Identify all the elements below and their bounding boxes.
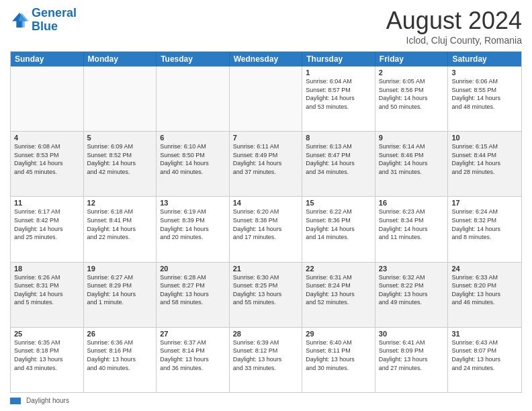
daylight-swatch [10,398,21,404]
day-number: 31 [451,330,518,338]
calendar-cell: 22Sunrise: 6:31 AM Sunset: 8:24 PM Dayli… [302,263,375,327]
header-sunday: Sunday [11,52,84,66]
header-friday: Friday [375,52,449,66]
calendar-cell: 4Sunrise: 6:08 AM Sunset: 8:53 PM Daylig… [11,132,84,196]
day-number: 23 [379,265,445,273]
day-info: Sunrise: 6:20 AM Sunset: 8:38 PM Dayligh… [233,208,299,241]
logo-line1: General [32,6,77,19]
day-info: Sunrise: 6:04 AM Sunset: 8:57 PM Dayligh… [306,77,371,111]
day-number: 12 [87,199,153,207]
day-info: Sunrise: 6:22 AM Sunset: 8:36 PM Dayligh… [306,208,371,241]
day-number: 16 [379,199,445,207]
day-info: Sunrise: 6:35 AM Sunset: 8:18 PM Dayligh… [14,338,80,372]
day-info: Sunrise: 6:18 AM Sunset: 8:41 PM Dayligh… [87,208,153,241]
day-number: 11 [14,199,80,207]
day-info: Sunrise: 6:24 AM Sunset: 8:32 PM Dayligh… [451,208,518,241]
calendar-cell: 5Sunrise: 6:09 AM Sunset: 8:52 PM Daylig… [84,132,157,196]
day-number: 30 [379,330,445,338]
day-info: Sunrise: 6:43 AM Sunset: 8:07 PM Dayligh… [451,338,518,372]
day-number: 2 [379,68,445,77]
title-block: August 2024 Iclod, Cluj County, Romania [386,7,522,46]
day-info: Sunrise: 6:23 AM Sunset: 8:34 PM Dayligh… [379,208,445,241]
header-thursday: Thursday [302,52,375,66]
day-info: Sunrise: 6:37 AM Sunset: 8:14 PM Dayligh… [160,338,226,372]
day-number: 17 [451,199,518,207]
day-number: 24 [451,265,518,273]
day-info: Sunrise: 6:32 AM Sunset: 8:22 PM Dayligh… [379,273,445,307]
day-number: 26 [87,330,153,338]
calendar-cell: 31Sunrise: 6:43 AM Sunset: 8:07 PM Dayli… [448,328,521,392]
day-number: 18 [14,265,80,273]
calendar-row-3: 11Sunrise: 6:17 AM Sunset: 8:42 PM Dayli… [11,196,521,261]
day-info: Sunrise: 6:27 AM Sunset: 8:29 PM Dayligh… [87,273,153,307]
day-info: Sunrise: 6:39 AM Sunset: 8:12 PM Dayligh… [233,338,299,372]
calendar-cell: 25Sunrise: 6:35 AM Sunset: 8:18 PM Dayli… [11,328,84,392]
header-wednesday: Wednesday [230,52,303,66]
day-info: Sunrise: 6:19 AM Sunset: 8:39 PM Dayligh… [160,208,226,241]
calendar-cell: 27Sunrise: 6:37 AM Sunset: 8:14 PM Dayli… [157,328,230,392]
header: General Blue August 2024 Iclod, Cluj Cou… [10,7,522,46]
calendar-cell: 10Sunrise: 6:15 AM Sunset: 8:44 PM Dayli… [448,132,521,196]
day-number: 1 [306,68,371,77]
day-info: Sunrise: 6:08 AM Sunset: 8:53 PM Dayligh… [14,142,80,176]
day-info: Sunrise: 6:26 AM Sunset: 8:31 PM Dayligh… [14,273,80,307]
logo-icon [10,11,29,30]
calendar-cell: 9Sunrise: 6:14 AM Sunset: 8:46 PM Daylig… [375,132,449,196]
footer-label: Daylight hours [26,397,69,404]
day-number: 21 [233,265,299,273]
day-number: 14 [233,199,299,207]
logo-line2: Blue [32,20,77,34]
calendar-cell: 21Sunrise: 6:30 AM Sunset: 8:25 PM Dayli… [230,263,303,327]
calendar: Sunday Monday Tuesday Wednesday Thursday… [10,51,522,393]
header-saturday: Saturday [448,52,521,66]
day-info: Sunrise: 6:15 AM Sunset: 8:44 PM Dayligh… [451,142,518,176]
day-number: 8 [306,134,371,142]
calendar-cell: 29Sunrise: 6:40 AM Sunset: 8:11 PM Dayli… [302,328,375,392]
calendar-cell: 8Sunrise: 6:13 AM Sunset: 8:47 PM Daylig… [302,132,375,196]
day-info: Sunrise: 6:05 AM Sunset: 8:56 PM Dayligh… [379,77,445,111]
calendar-cell: 19Sunrise: 6:27 AM Sunset: 8:29 PM Dayli… [84,263,157,327]
calendar-cell: 20Sunrise: 6:28 AM Sunset: 8:27 PM Dayli… [157,263,230,327]
calendar-cell: 1Sunrise: 6:04 AM Sunset: 8:57 PM Daylig… [302,66,375,131]
day-number: 7 [233,134,299,142]
calendar-cell: 7Sunrise: 6:11 AM Sunset: 8:49 PM Daylig… [230,132,303,196]
day-number: 3 [451,68,518,77]
calendar-cell: 23Sunrise: 6:32 AM Sunset: 8:22 PM Dayli… [375,263,449,327]
header-tuesday: Tuesday [157,52,230,66]
day-info: Sunrise: 6:11 AM Sunset: 8:49 PM Dayligh… [233,142,299,176]
day-info: Sunrise: 6:41 AM Sunset: 8:09 PM Dayligh… [379,338,445,372]
calendar-cell: 12Sunrise: 6:18 AM Sunset: 8:41 PM Dayli… [84,197,157,261]
day-number: 29 [306,330,371,338]
day-info: Sunrise: 6:06 AM Sunset: 8:55 PM Dayligh… [451,77,518,111]
day-number: 19 [87,265,153,273]
calendar-cell: 2Sunrise: 6:05 AM Sunset: 8:56 PM Daylig… [375,66,449,131]
day-number: 5 [87,134,153,142]
calendar-cell: 18Sunrise: 6:26 AM Sunset: 8:31 PM Dayli… [11,263,84,327]
day-info: Sunrise: 6:40 AM Sunset: 8:11 PM Dayligh… [306,338,371,372]
calendar-cell: 16Sunrise: 6:23 AM Sunset: 8:34 PM Dayli… [375,197,449,261]
day-info: Sunrise: 6:14 AM Sunset: 8:46 PM Dayligh… [379,142,445,176]
day-number: 4 [14,134,80,142]
calendar-body: 1Sunrise: 6:04 AM Sunset: 8:57 PM Daylig… [11,66,521,392]
day-number: 28 [233,330,299,338]
calendar-cell: 3Sunrise: 6:06 AM Sunset: 8:55 PM Daylig… [448,66,521,131]
logo: General Blue [10,7,77,34]
day-info: Sunrise: 6:09 AM Sunset: 8:52 PM Dayligh… [87,142,153,176]
month-title: August 2024 [386,7,522,35]
day-number: 6 [160,134,226,142]
calendar-cell: 30Sunrise: 6:41 AM Sunset: 8:09 PM Dayli… [375,328,449,392]
calendar-cell: 15Sunrise: 6:22 AM Sunset: 8:36 PM Dayli… [302,197,375,261]
calendar-cell [11,66,84,131]
day-number: 13 [160,199,226,207]
day-info: Sunrise: 6:31 AM Sunset: 8:24 PM Dayligh… [306,273,371,307]
calendar-cell [157,66,230,131]
day-number: 25 [14,330,80,338]
day-number: 9 [379,134,445,142]
calendar-cell: 24Sunrise: 6:33 AM Sunset: 8:20 PM Dayli… [448,263,521,327]
day-number: 20 [160,265,226,273]
calendar-cell: 11Sunrise: 6:17 AM Sunset: 8:42 PM Dayli… [11,197,84,261]
calendar-cell: 26Sunrise: 6:36 AM Sunset: 8:16 PM Dayli… [84,328,157,392]
calendar-cell: 6Sunrise: 6:10 AM Sunset: 8:50 PM Daylig… [157,132,230,196]
calendar-cell [84,66,157,131]
header-monday: Monday [84,52,157,66]
